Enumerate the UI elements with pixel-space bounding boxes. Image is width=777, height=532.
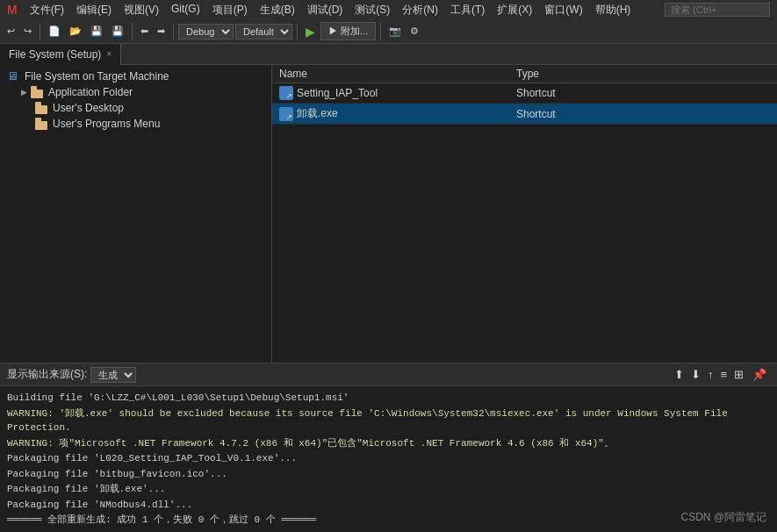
back-btn[interactable]: ⬅ — [137, 24, 152, 39]
menu-test[interactable]: 测试(S) — [349, 1, 395, 19]
toolbar-sep-4 — [297, 23, 298, 40]
tree-root[interactable]: 🖥 File System on Target Machine — [0, 68, 271, 84]
output-toolbar-right: ⬆ ⬇ ↑ ≡ ⊞ 📌 — [673, 366, 770, 383]
menu-git[interactable]: Git(G) — [166, 1, 205, 19]
forward-btn[interactable]: ➡ — [154, 24, 169, 39]
output-scroll-up-btn[interactable]: ↑ — [706, 366, 716, 383]
tree-item-programs[interactable]: User's Programs Menu — [0, 116, 271, 132]
title-bar: M 文件(F) 编辑(E) 视图(V) Git(G) 项目(P) 生成(B) 调… — [0, 0, 777, 19]
tree-label-app-folder: Application Folder — [48, 86, 133, 98]
menu-view[interactable]: 视图(V) — [119, 1, 164, 19]
output-line-3: Packaging file 'L020_Setting_IAP_Tool_V0… — [7, 451, 770, 466]
file-row-0[interactable]: Setting_IAP_Tool Shortcut — [272, 83, 777, 104]
toolbar: ↩ ↪ 📄 📂 💾 💾 ⬅ ➡ Debug Default ▶ ▶ 附加... … — [0, 19, 777, 44]
output-source: 显示输出来源(S): 生成 — [7, 367, 136, 383]
menu-build[interactable]: 生成(B) — [255, 1, 300, 19]
menu-window[interactable]: 窗口(W) — [539, 1, 587, 19]
menu-debug[interactable]: 调试(D) — [302, 1, 349, 19]
file-type-0: Shortcut — [516, 87, 770, 99]
folder-icon-app — [31, 86, 45, 98]
output-line-4: Packaging file 'bitbug_favicon.ico'... — [7, 467, 770, 482]
output-line-1: WARNING: '卸载.exe' should be excluded bec… — [7, 406, 770, 435]
search-input[interactable] — [665, 3, 770, 17]
save-all-btn[interactable]: 💾 — [108, 24, 127, 39]
file-list-header: Name Type — [272, 65, 777, 83]
tab-close-btn[interactable]: × — [106, 49, 112, 59]
pc-icon: 🖥 — [7, 70, 21, 83]
tree-label-programs: User's Programs Menu — [53, 118, 160, 130]
output-source-select[interactable]: 生成 — [90, 367, 136, 383]
tree-item-desktop[interactable]: User's Desktop — [0, 100, 271, 116]
menu-edit[interactable]: 编辑(E) — [71, 1, 117, 19]
menu-bar: 文件(F) 编辑(E) 视图(V) Git(G) 项目(P) 生成(B) 调试(… — [25, 1, 637, 19]
main-content: 🖥 File System on Target Machine ▶ Applic… — [0, 65, 777, 363]
tab-filesystem[interactable]: File System (Setup) × — [0, 44, 121, 65]
file-type-1: Shortcut — [516, 108, 770, 120]
output-scroll-top-btn[interactable]: ⬆ — [673, 366, 686, 383]
file-name-1: 卸载.exe — [279, 106, 516, 121]
app-icon: M — [7, 3, 18, 17]
output-line-2: WARNING: 项"Microsoft .NET Framework 4.7.… — [7, 436, 770, 451]
new-file-btn[interactable]: 📄 — [45, 24, 64, 39]
debug-config-select[interactable]: Debug — [178, 24, 234, 40]
output-scroll-bottom-btn[interactable]: ⬇ — [689, 366, 702, 383]
output-content: Building file 'G:\LZZ_C#\L001_L030\Setup… — [0, 386, 777, 532]
col-header-type: Type — [516, 68, 770, 80]
folder-icon-desktop — [35, 102, 49, 114]
menu-help[interactable]: 帮助(H) — [590, 1, 637, 19]
file-row-1[interactable]: 卸载.exe Shortcut — [272, 104, 777, 125]
output-filter-btn[interactable]: ⊞ — [732, 366, 745, 383]
expand-icon: ▶ — [21, 88, 27, 97]
output-line-7: ══════ 全部重新生成: 成功 1 个，失败 0 个，跳过 0 个 ════… — [7, 513, 770, 528]
tree-item-app-folder[interactable]: ▶ Application Folder — [0, 84, 271, 100]
tree-root-label: File System on Target Machine — [25, 70, 169, 83]
redo-btn[interactable]: ↪ — [20, 24, 35, 39]
watermark: CSDN @阿雷笔记 — [680, 510, 766, 525]
output-panel: 显示输出来源(S): 生成 ⬆ ⬇ ↑ ≡ ⊞ 📌 Building file … — [0, 363, 777, 532]
tree-label-desktop: User's Desktop — [53, 102, 124, 114]
output-line-5: Packaging file '卸载.exe'... — [7, 482, 770, 497]
attach-button[interactable]: ▶ 附加... — [320, 22, 376, 40]
toolbar-sep-1 — [40, 23, 40, 40]
platform-select[interactable]: Default — [235, 24, 292, 40]
open-btn[interactable]: 📂 — [66, 24, 85, 39]
tab-bar: File System (Setup) × — [0, 44, 777, 65]
output-align-btn[interactable]: ≡ — [718, 366, 729, 383]
toolbar-sep-5 — [380, 23, 381, 40]
shortcut-icon-1 — [279, 107, 293, 121]
file-name-0: Setting_IAP_Tool — [279, 86, 516, 100]
pin-btn[interactable]: 📌 — [749, 366, 770, 383]
output-source-label: 显示输出来源(S): — [7, 367, 87, 382]
toolbar-sep-2 — [132, 23, 133, 40]
right-panel: Name Type Setting_IAP_Tool Shortcut 卸载.e… — [272, 65, 777, 363]
settings-btn[interactable]: ⚙ — [406, 24, 422, 39]
menu-project[interactable]: 项目(P) — [207, 1, 253, 19]
play-btn[interactable]: ▶ — [302, 23, 319, 40]
menu-file[interactable]: 文件(F) — [25, 1, 69, 19]
menu-tools[interactable]: 工具(T) — [445, 1, 490, 19]
menu-extensions[interactable]: 扩展(X) — [492, 1, 537, 19]
menu-analyze[interactable]: 分析(N) — [397, 1, 443, 19]
tab-label: File System (Setup) — [9, 48, 101, 61]
output-line-6: Packaging file 'NModbus4.dll'... — [7, 498, 770, 513]
shortcut-icon-0 — [279, 86, 293, 100]
col-header-name: Name — [279, 68, 516, 80]
screenshot-btn[interactable]: 📷 — [385, 24, 405, 39]
folder-icon-programs — [35, 118, 49, 130]
left-panel: 🖥 File System on Target Machine ▶ Applic… — [0, 65, 272, 363]
save-btn[interactable]: 💾 — [87, 24, 106, 39]
undo-btn[interactable]: ↩ — [4, 24, 18, 39]
output-line-0: Building file 'G:\LZZ_C#\L001_L030\Setup… — [7, 391, 770, 406]
toolbar-sep-3 — [173, 23, 174, 40]
output-header: 显示输出来源(S): 生成 ⬆ ⬇ ↑ ≡ ⊞ 📌 — [0, 363, 777, 386]
